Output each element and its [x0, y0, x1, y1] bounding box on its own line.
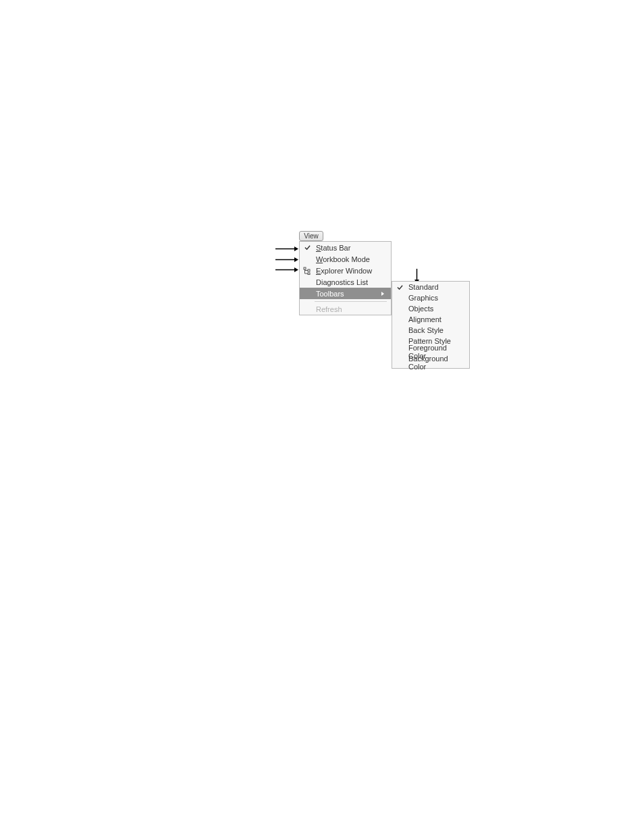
menu-item-refresh: Refresh [300, 303, 391, 315]
menu-item-label: Diagnostics List [315, 278, 384, 286]
menu-item-label: Workbook Mode [315, 255, 384, 263]
menu-item-workbook-mode[interactable]: Workbook Mode [300, 253, 391, 265]
submenu-item-label: Objects [407, 305, 462, 313]
menu-item-status-bar[interactable]: Status Bar [300, 242, 391, 253]
tree-icon [300, 265, 315, 276]
menu-button-label: View [304, 232, 319, 240]
svg-marker-5 [294, 267, 298, 272]
menu-item-label: Toolbars [315, 290, 377, 298]
empty-icon [300, 288, 315, 299]
svg-rect-8 [304, 267, 306, 269]
empty-icon [300, 253, 315, 265]
menu-item-label: Explorer Window [315, 267, 384, 275]
empty-icon [392, 346, 407, 357]
svg-marker-1 [294, 246, 298, 251]
check-icon [392, 282, 407, 292]
submenu-item-graphics[interactable]: Graphics [392, 292, 469, 303]
submenu-item-standard[interactable]: Standard [392, 282, 469, 292]
svg-rect-10 [308, 273, 310, 275]
menu-item-diagnostics-list[interactable]: Diagnostics List [300, 276, 391, 288]
empty-icon [392, 325, 407, 336]
svg-rect-9 [308, 269, 310, 271]
menu-item-explorer-window[interactable]: Explorer Window [300, 265, 391, 276]
empty-icon [392, 303, 407, 314]
annotation-arrow-2 [275, 257, 298, 257]
menu-item-toolbars[interactable]: Toolbars [300, 288, 391, 299]
check-icon [300, 242, 315, 253]
submenu-item-label: Standard [407, 283, 462, 291]
empty-icon [300, 303, 315, 315]
menu-button-view[interactable]: View [299, 231, 323, 241]
annotation-arrow-1 [275, 246, 298, 246]
submenu-item-objects[interactable]: Objects [392, 303, 469, 314]
empty-icon [392, 357, 407, 368]
annotation-arrow-3 [275, 267, 298, 267]
toolbars-submenu: Standard Graphics Objects Alignment Back… [392, 281, 470, 369]
submenu-item-background-color[interactable]: Background Color [392, 357, 469, 368]
submenu-item-label: Alignment [407, 315, 462, 323]
submenu-item-label: Graphics [407, 294, 462, 302]
view-menu: Status Bar Workbook Mode Explorer Window… [299, 241, 392, 315]
submenu-arrow-icon [377, 292, 384, 296]
submenu-item-back-style[interactable]: Back Style [392, 325, 469, 336]
svg-marker-3 [294, 257, 298, 262]
menu-item-label: Refresh [315, 305, 384, 313]
empty-icon [392, 336, 407, 346]
empty-icon [300, 276, 315, 288]
empty-icon [392, 292, 407, 303]
submenu-item-alignment[interactable]: Alignment [392, 314, 469, 325]
menu-item-label: Status Bar [315, 244, 384, 252]
submenu-item-label: Back Style [407, 326, 462, 334]
submenu-item-label: Background Color [407, 355, 462, 371]
empty-icon [392, 314, 407, 325]
